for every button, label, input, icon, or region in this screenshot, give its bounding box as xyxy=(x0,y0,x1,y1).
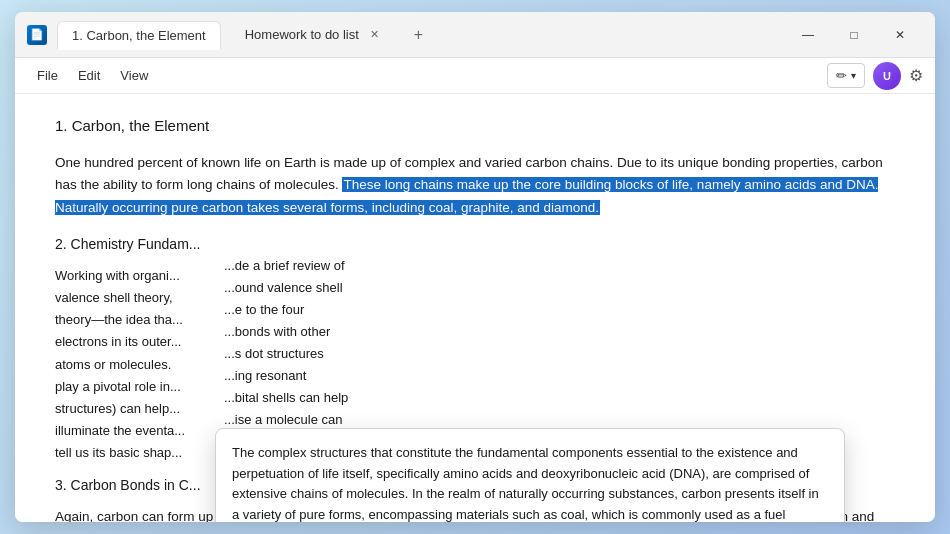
title-bar-left: 📄 1. Carbon, the Element Homework to do … xyxy=(27,21,431,49)
tab-homework-label: Homework to do list xyxy=(245,27,359,42)
new-tab-button[interactable]: + xyxy=(406,22,431,48)
close-tab-homework-icon[interactable]: ✕ xyxy=(367,27,382,42)
avatar: U xyxy=(873,62,901,90)
section2-line2: valence shell theory, xyxy=(55,287,220,309)
paragraph-1: One hundred percent of known life on Ear… xyxy=(55,152,895,219)
menu-view[interactable]: View xyxy=(110,64,158,87)
rewrite-content: The complex structures that constitute t… xyxy=(216,429,844,522)
rewrite-popup: The complex structures that constitute t… xyxy=(215,428,845,522)
tab-carbon-label: 1. Carbon, the Element xyxy=(72,28,206,43)
document-area: 1. Carbon, the Element One hundred perce… xyxy=(15,94,935,522)
section2-line9: tell us its basic shap... xyxy=(55,442,220,464)
section2-line7: structures) can help... xyxy=(55,398,220,420)
section2-heading: 2. Chemistry Fundam... xyxy=(55,233,220,255)
document-title: 1. Carbon, the Element xyxy=(55,114,895,138)
chevron-edit-icon: ▾ xyxy=(851,70,856,81)
section2-line1: Working with organi... xyxy=(55,265,220,287)
settings-icon[interactable]: ⚙ xyxy=(909,66,923,85)
menu-edit[interactable]: Edit xyxy=(68,64,110,87)
title-bar: 📄 1. Carbon, the Element Homework to do … xyxy=(15,12,935,58)
pencil-icon: ✏ xyxy=(836,68,847,83)
close-button[interactable]: ✕ xyxy=(877,19,923,51)
maximize-button[interactable]: □ xyxy=(831,19,877,51)
menu-bar: File Edit View ✏ ▾ U ⚙ xyxy=(15,58,935,94)
menu-file[interactable]: File xyxy=(27,64,68,87)
section2-line6: play a pivotal role in... xyxy=(55,376,220,398)
section2-line8: illuminate the eventa... xyxy=(55,420,220,442)
tab-carbon[interactable]: 1. Carbon, the Element xyxy=(57,21,221,50)
section2-line3: theory—the idea tha... xyxy=(55,309,220,331)
section2-left: 2. Chemistry Fundam... Working with orga… xyxy=(55,233,220,464)
window-controls: — □ ✕ xyxy=(785,19,923,51)
tab-homework[interactable]: Homework to do list ✕ xyxy=(231,21,396,48)
edit-toolbar-button[interactable]: ✏ ▾ xyxy=(827,63,865,88)
main-window: 📄 1. Carbon, the Element Homework to do … xyxy=(15,12,935,522)
toolbar-right: ✏ ▾ U ⚙ xyxy=(827,62,923,90)
avatar-initials: U xyxy=(883,70,891,82)
minimize-button[interactable]: — xyxy=(785,19,831,51)
app-icon: 📄 xyxy=(27,25,47,45)
section2-right: ...de a brief review of ...ound valence … xyxy=(220,233,895,432)
section2-line5: atoms or molecules. xyxy=(55,354,220,376)
section2-line4: electrons in its outer... xyxy=(55,331,220,353)
